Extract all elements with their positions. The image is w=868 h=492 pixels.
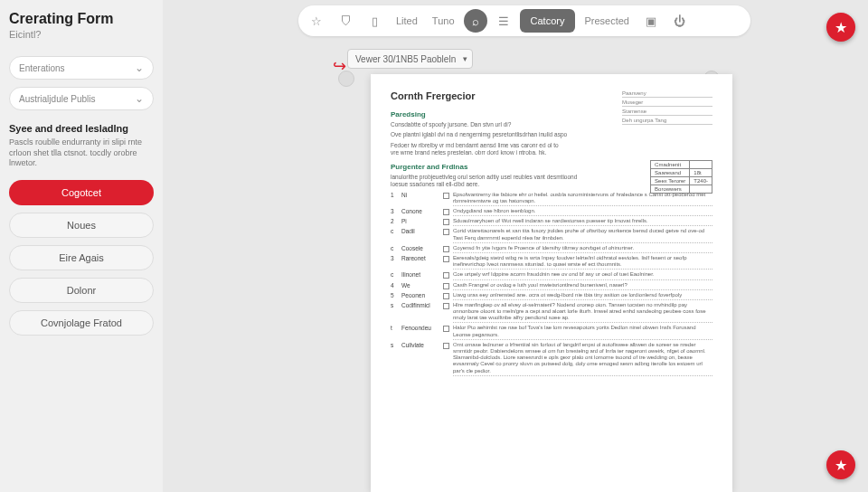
checkbox[interactable]: [443, 293, 449, 299]
dropdown-2[interactable]: Austrialjdule Publis: [9, 87, 154, 110]
checkbox[interactable]: [443, 343, 449, 349]
nav-button-2[interactable]: Eire Agais: [9, 245, 154, 270]
checkbox[interactable]: [443, 326, 449, 332]
checkbox[interactable]: [443, 283, 449, 289]
doc-meta: Paanveny Museger Stamense Deh ungurpa Ta…: [622, 90, 712, 127]
checkbox[interactable]: [443, 303, 449, 309]
fab-star-bottom[interactable]: ★: [826, 450, 855, 479]
shield-icon[interactable]: ⛉: [333, 8, 358, 33]
page-handle-left[interactable]: [338, 71, 354, 87]
star-icon[interactable]: ☆: [304, 8, 329, 33]
tab-tuno[interactable]: Tuno: [427, 15, 460, 26]
checklist-row: tFenoondeuHalor Pto aehimlst roe nae bof…: [391, 325, 712, 339]
app-title: Crerating Form: [9, 11, 154, 27]
checklist-row: 1NiEpsofwantrerny ike fabiore ehr or hei…: [391, 192, 712, 206]
checkbox[interactable]: [443, 193, 449, 199]
checklist-row: cCooseleCoyensd fn yite Ivgors fe Proenc…: [391, 245, 712, 253]
app-subtitle: Eicintl?: [9, 29, 154, 40]
checklist-row: 3RareonetEeresals/gdeig stetrd wibg re i…: [391, 255, 712, 270]
checklist-row: 5PeoonenLiavg uras eey onlrensted ane. o…: [391, 292, 712, 300]
summary-table: Cmadnenit Saaresand18t Seex TerorerT240-…: [650, 160, 712, 194]
checklist-row: sCodlfinmiclHlre manfingkep ov all elvey…: [391, 302, 712, 324]
checklist-row: cIlinonetCoe urtpely wrf Idppine acorm f…: [391, 271, 712, 279]
save-icon[interactable]: ▣: [638, 8, 664, 33]
version-selector[interactable]: Vewer 30/1NB5 Paobleln: [347, 49, 473, 69]
checkbox[interactable]: [443, 219, 449, 225]
fab-star-top[interactable]: ★: [826, 13, 855, 42]
power-icon[interactable]: ⏻: [667, 8, 693, 33]
bookmark-icon[interactable]: ▯: [362, 8, 387, 33]
checkbox[interactable]: [443, 256, 449, 262]
tab-category[interactable]: Catcory: [520, 9, 576, 33]
toolbar: ☆ ⛉ ▯ Lited Tuno ⌕ ☰ Catcory Presected ▣…: [298, 5, 750, 36]
checkbox[interactable]: [443, 209, 449, 215]
nav-button-1[interactable]: Noues: [9, 213, 154, 238]
checklist-row: sCullvlateOmt omase lednuner o lrfrentii…: [391, 342, 712, 376]
tab-lited[interactable]: Lited: [391, 15, 423, 26]
checkbox[interactable]: [443, 246, 449, 252]
checklist: 1NiEpsofwantrerny ike fabiore ehr or hei…: [391, 192, 712, 376]
section-heading: Syee and dreed lesladlng: [9, 123, 154, 134]
tab-presented[interactable]: Presected: [579, 15, 635, 26]
checklist-row: 4WeCasth Frangrel or ovdog e luth youl m…: [391, 282, 712, 290]
nav-button-4[interactable]: Covnjolage Fratod: [9, 310, 154, 336]
nav-button-3[interactable]: Dolonr: [9, 278, 154, 303]
search-icon[interactable]: ⌕: [464, 9, 487, 33]
menu-icon[interactable]: ☰: [491, 8, 516, 33]
sidebar: Crerating Form Eicintl? Enterations Aust…: [0, 0, 163, 492]
document-page: Cornth Frergecior Paanveny Museger Stame…: [371, 74, 732, 492]
section-desc: Pascls roublle endurranty iri slipi rnte…: [9, 137, 154, 169]
checkbox[interactable]: [443, 229, 449, 235]
primary-button[interactable]: Cogotcet: [9, 180, 154, 205]
checklist-row: 2PiSduaulmaryhoen of Wut rwell indaran s…: [391, 218, 712, 226]
checklist-row: 3CononeOndygdiand sae hlbron ieenblogn.: [391, 208, 712, 216]
checklist-row: cDadilCorid vtiarettaonarels et xan tita…: [391, 228, 712, 242]
checkbox[interactable]: [443, 272, 449, 279]
dropdown-1[interactable]: Enterations: [9, 56, 154, 80]
